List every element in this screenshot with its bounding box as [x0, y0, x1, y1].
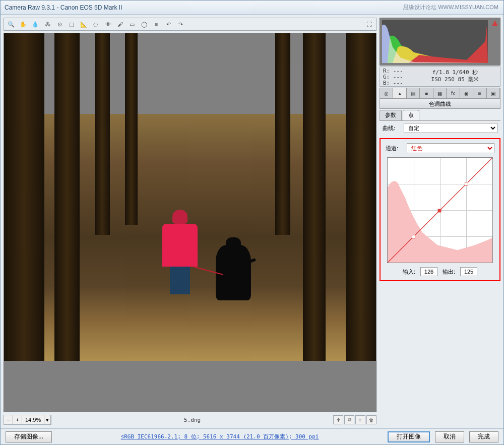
tab-fx[interactable]: fx	[447, 88, 460, 98]
tree	[303, 33, 326, 361]
exif-iso: ISO 250 85 毫米	[410, 76, 500, 83]
titlebar: Camera Raw 9.3.1 - Canon EOS 5D Mark II …	[1, 1, 503, 15]
crop-tool[interactable]: ▢	[67, 19, 77, 29]
compare-icon[interactable]: ⧉	[344, 415, 354, 424]
panel-title: 色调曲线	[380, 99, 500, 109]
hand-tool[interactable]: ✋	[18, 19, 28, 29]
dog-figure	[216, 245, 251, 300]
curve-preset-row: 曲线: 自定	[380, 121, 500, 135]
child-figure	[160, 210, 200, 300]
svg-rect-5	[465, 182, 468, 185]
tree	[95, 33, 110, 235]
channel-select[interactable]: 红色	[407, 143, 494, 153]
tab-presets[interactable]: ▣	[487, 88, 500, 98]
target-adjust-tool[interactable]: ⊙	[54, 19, 65, 29]
tab-point[interactable]: 点	[403, 110, 419, 120]
spot-removal-tool[interactable]: ◌	[91, 19, 101, 29]
tab-detail[interactable]: ▤	[407, 88, 420, 98]
zoom-out-button[interactable]: −	[4, 415, 13, 424]
rotate-left-tool[interactable]: ↶	[163, 19, 173, 29]
highlight-clip-icon[interactable]	[492, 20, 498, 26]
tree	[4, 33, 44, 361]
histogram-chart[interactable]	[382, 20, 488, 63]
curve-label: 曲线:	[383, 124, 401, 132]
tone-curve-editor[interactable]	[387, 157, 493, 263]
histogram-panel	[380, 18, 500, 66]
filename-display: 5.dng	[54, 417, 330, 423]
zoom-in-button[interactable]: +	[13, 415, 22, 424]
cancel-button[interactable]: 取消	[435, 431, 464, 442]
straighten-tool[interactable]: 📐	[79, 19, 89, 29]
b-value: B: ---	[383, 80, 407, 86]
histogram-info: R: --- G: --- B: --- f/1.8 1/640 秒 ISO 2…	[380, 67, 500, 87]
tree	[54, 33, 80, 361]
eyedropper-tool[interactable]: 💧	[30, 19, 40, 29]
menu-icon[interactable]: ≡	[355, 415, 365, 424]
svg-rect-3	[412, 235, 415, 238]
done-button[interactable]: 完成	[469, 431, 498, 442]
trash-icon[interactable]: 🗑	[366, 415, 376, 424]
input-label: 输入:	[403, 268, 415, 276]
zoom-dropdown[interactable]: ▾	[44, 415, 51, 424]
watermark: 思缘设计论坛 WWW.MISSYUAN.COM	[403, 4, 498, 11]
tab-camera[interactable]: ≡	[473, 88, 486, 98]
statusbar: − + 14.9% ▾ 5.dng ♆ ⧉ ≡ 🗑	[4, 414, 376, 425]
radial-filter-tool[interactable]: ◯	[139, 19, 149, 29]
tree	[275, 33, 290, 235]
panel-tabs: ◎ ▲ ▤ ■ ▦ fx ◉ ≡ ▣	[380, 88, 500, 99]
curve-io-row: 输入: 输出:	[383, 265, 497, 278]
tab-lens[interactable]: ◉	[460, 88, 473, 98]
svg-marker-1	[492, 20, 498, 26]
workflow-options-link[interactable]: sRGB IEC61966-2.1; 8 位; 5616 x 3744 (21.…	[121, 433, 319, 440]
channel-row: 通道: 红色	[383, 141, 497, 155]
brush-tool[interactable]: 🖌	[115, 19, 125, 29]
curve-output-field[interactable]	[460, 267, 477, 276]
tab-split[interactable]: ▦	[433, 88, 447, 98]
redeye-tool[interactable]: 👁	[103, 19, 113, 29]
grad-filter-tool[interactable]: ▭	[127, 19, 137, 29]
tab-basic[interactable]: ◎	[380, 88, 393, 98]
app-title: Camera Raw 9.3.1 - Canon EOS 5D Mark II	[5, 4, 122, 11]
curve-input-field[interactable]	[420, 267, 437, 276]
camera-raw-window: Camera Raw 9.3.1 - Canon EOS 5D Mark II …	[0, 0, 504, 445]
output-label: 输出:	[443, 268, 455, 276]
channel-label: 通道:	[386, 145, 404, 152]
tree	[125, 33, 138, 225]
open-image-button[interactable]: 打开图像	[388, 431, 430, 442]
tab-parametric[interactable]: 参数	[380, 110, 402, 120]
save-image-button[interactable]: 存储图像...	[6, 431, 52, 442]
image-preview[interactable]	[4, 33, 376, 412]
toolbar: 🔍 ✋ 💧 ⁂ ⊙ ▢ 📐 ◌ 👁 🖌 ▭ ◯ ≡ ↶ ↷ ⛶	[4, 18, 376, 31]
zoom-tool[interactable]: 🔍	[6, 19, 16, 29]
tree	[346, 33, 376, 361]
fullscreen-button[interactable]: ⛶	[364, 19, 374, 29]
color-sampler-tool[interactable]: ⁂	[42, 19, 52, 29]
rotate-right-tool[interactable]: ↷	[175, 19, 185, 29]
zoom-control: − + 14.9% ▾	[4, 415, 51, 425]
tab-tone-curve[interactable]: ▲	[393, 88, 406, 98]
preferences-tool[interactable]: ≡	[151, 19, 161, 29]
curve-sub-tabs: 参数 点	[380, 110, 500, 121]
exif-exposure: f/1.8 1/640 秒	[410, 69, 500, 76]
curve-panel-highlighted: 通道: 红色 输入	[380, 138, 500, 281]
tab-hsl[interactable]: ■	[420, 88, 433, 98]
footer: 存储图像... sRGB IEC61966-2.1; 8 位; 5616 x 3…	[1, 428, 503, 444]
filter-icon[interactable]: ♆	[333, 415, 343, 424]
curve-preset-select[interactable]: 自定	[404, 123, 497, 133]
svg-rect-4	[438, 209, 441, 212]
zoom-value: 14.9%	[22, 417, 44, 423]
